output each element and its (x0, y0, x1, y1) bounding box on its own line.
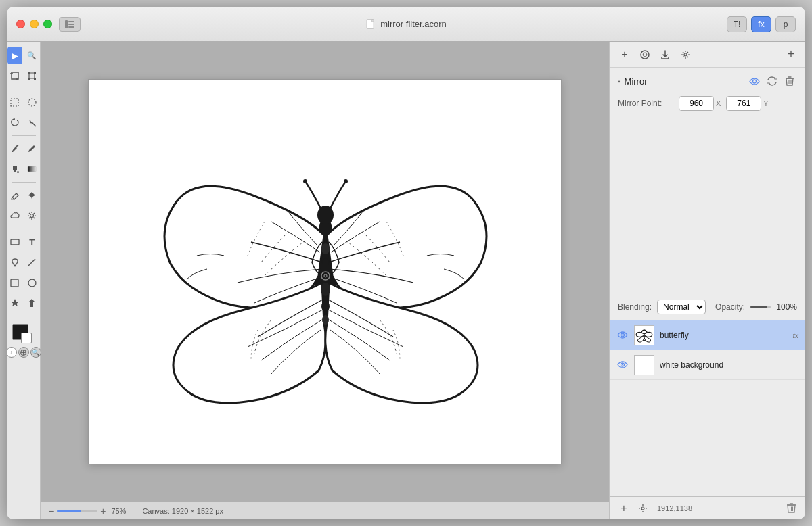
svg-point-37 (321, 243, 330, 254)
layer-butterfly[interactable]: butterfly fx (610, 320, 805, 350)
foreground-color[interactable] (12, 324, 28, 340)
panel-toolbar: + + (610, 42, 805, 68)
layer-eye-butterfly[interactable] (616, 329, 629, 341)
divider-2 (12, 135, 36, 136)
zoom-slider[interactable] (57, 510, 97, 512)
svg-line-26 (28, 259, 35, 266)
titlebar: mirror filter.acorn T! fx p (7, 7, 805, 42)
background-color[interactable] (21, 333, 32, 343)
tool-row-1: ▶ 🔍 (7, 46, 40, 65)
canvas-container[interactable] (41, 42, 609, 502)
canvas-area: − + 75% Canvas: 1920 × 1522 px (41, 42, 609, 519)
p-button[interactable]: p (775, 16, 796, 32)
tool-row-8 (7, 206, 40, 225)
arrow-tool[interactable]: ▶ (7, 47, 22, 64)
zoom-tool[interactable]: 🔍 (25, 47, 40, 64)
paint-bucket-tool[interactable] (7, 160, 22, 178)
layer-background[interactable]: white background (610, 350, 805, 380)
settings-button[interactable] (677, 47, 694, 62)
pencil-tool[interactable] (25, 140, 40, 158)
svg-line-12 (16, 145, 18, 147)
rect-shape-tool[interactable] (7, 233, 22, 251)
svg-point-44 (641, 51, 649, 59)
y-value-field[interactable] (726, 96, 761, 111)
fx-button[interactable]: fx (751, 16, 771, 32)
svg-point-56 (622, 364, 623, 366)
svg-point-39 (321, 283, 330, 296)
gradient-tool[interactable] (25, 160, 40, 178)
svg-rect-14 (28, 166, 36, 172)
svg-point-15 (30, 214, 34, 218)
footer-trash-button[interactable] (784, 502, 798, 515)
cloud-tool[interactable] (7, 207, 22, 224)
color-swatches[interactable] (12, 324, 35, 343)
eyedropper-tool[interactable] (18, 347, 29, 358)
lasso-tool[interactable] (7, 114, 22, 131)
x-value-field[interactable] (679, 96, 714, 111)
magic-wand-tool[interactable] (25, 114, 40, 131)
tool-row-12 (7, 293, 40, 312)
arrow-shape-tool[interactable] (25, 294, 40, 312)
window-title-area: mirror filter.acorn (365, 19, 447, 30)
divider-5 (12, 316, 36, 316)
add-layer-button[interactable]: + (616, 47, 633, 62)
blending-mode-select[interactable]: Normal Multiply Screen Overlay (657, 300, 706, 314)
brush-tool[interactable] (7, 140, 22, 158)
filter-delete-button[interactable] (782, 74, 797, 88)
right-panel: + + ▪ Mirror (609, 42, 805, 519)
pen-tool[interactable] (7, 254, 22, 271)
effects-button[interactable] (637, 47, 653, 62)
footer-settings-button[interactable] (635, 502, 650, 515)
sidebar-toggle-button[interactable] (59, 17, 81, 32)
download-button[interactable] (657, 47, 673, 62)
filter-refresh-button[interactable] (765, 74, 780, 88)
ellipse-select-tool[interactable] (25, 93, 40, 111)
footer-add-button[interactable]: + (616, 502, 631, 515)
svg-point-45 (684, 53, 687, 56)
x-coord-input: X (679, 96, 721, 111)
smudge-tool[interactable] (25, 187, 40, 204)
opacity-label: Opacity: (715, 302, 745, 312)
filter-title: Mirror (625, 76, 743, 87)
zoom-out-button[interactable]: − (49, 506, 54, 516)
zoom-in-button[interactable]: + (100, 506, 106, 516)
svg-point-34 (317, 206, 334, 224)
svg-point-25 (14, 266, 16, 267)
text-tool[interactable]: T (25, 233, 40, 251)
filter-section: ▪ Mirror (610, 68, 805, 118)
traffic-lights (16, 20, 52, 28)
svg-point-41 (322, 315, 329, 325)
opacity-slider[interactable] (750, 306, 771, 308)
rect-draw-tool[interactable] (7, 274, 22, 291)
filter-actions (747, 74, 797, 88)
divider-3 (12, 182, 36, 183)
close-button[interactable] (16, 20, 25, 28)
mirror-point-label: Mirror Point: (618, 99, 673, 108)
crop-tool[interactable] (7, 67, 22, 85)
star-tool[interactable] (7, 294, 22, 312)
collapse-icon[interactable]: ▪ (618, 78, 621, 85)
transform-tool[interactable] (25, 67, 40, 85)
canvas-footer: − + 75% Canvas: 1920 × 1522 px (41, 502, 609, 519)
layer-thumb-background (634, 355, 654, 375)
tool-row-7 (7, 186, 40, 205)
svg-point-46 (753, 80, 757, 83)
main-window: mirror filter.acorn T! fx p ▶ 🔍 (7, 7, 805, 519)
minimize-button[interactable] (30, 20, 39, 28)
swap-colors-button[interactable]: ↕ (7, 347, 17, 358)
filter-eye-button[interactable] (747, 74, 762, 88)
maximize-button[interactable] (43, 20, 52, 28)
eraser-tool[interactable] (7, 187, 22, 204)
canvas-frame (88, 79, 562, 464)
svg-rect-1 (68, 21, 74, 22)
panel-add-button[interactable]: + (784, 47, 798, 62)
divider-4 (12, 229, 36, 229)
sun-tool[interactable] (25, 207, 40, 224)
rect-select-tool[interactable] (7, 93, 22, 111)
layer-eye-background[interactable] (616, 359, 629, 371)
circle-draw-tool[interactable] (25, 274, 40, 291)
text-tool-button[interactable]: T! (727, 16, 747, 32)
tool-row-2 (7, 66, 40, 85)
zoom-view-tool[interactable]: 🔍 (30, 347, 41, 358)
line-tool[interactable] (25, 254, 40, 271)
